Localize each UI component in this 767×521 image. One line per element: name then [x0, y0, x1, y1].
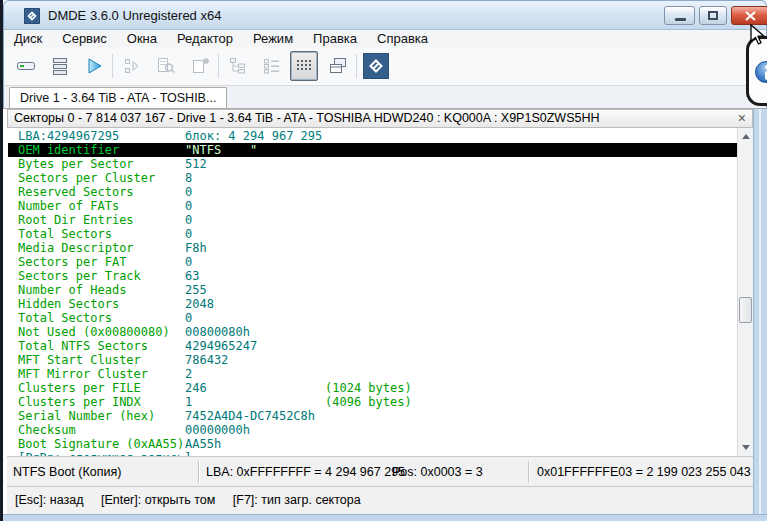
row-val: 0: [185, 227, 192, 241]
status-offset: 0x01FFFFFFE03 = 2 199 023 255 043: [537, 459, 751, 485]
row-lbl: MFT Start Cluster: [18, 353, 141, 367]
search-button[interactable]: [152, 51, 180, 81]
row-lbl: Number of FATs: [18, 199, 119, 213]
table-row[interactable]: Clusters per FILE246(1024 bytes): [7, 381, 737, 395]
table-row[interactable]: Root Dir Entries0: [7, 213, 737, 227]
close-button[interactable]: [731, 6, 767, 25]
row-note: (1024 bytes): [325, 381, 412, 395]
menu-item-help[interactable]: Справка: [367, 30, 438, 47]
row-lbl: Sectors per Cluster: [18, 171, 155, 185]
info-balloon[interactable]: [746, 36, 767, 106]
row-val: 512: [185, 157, 207, 171]
helpbar: [Esc]: назад [Enter]: открыть том [F7]: …: [7, 486, 753, 514]
table-row[interactable]: Checksum00000000h: [7, 423, 737, 437]
table-row[interactable]: OEM identifier"NTFS ": [8, 143, 737, 157]
dmde-logo-button[interactable]: [362, 51, 390, 81]
status-pos: Pos: 0x0003 = 3: [392, 459, 483, 485]
table-row[interactable]: Boot Signature (0xAA55)AA55h: [7, 437, 737, 451]
row-lbl: Sectors per FAT: [18, 255, 126, 269]
window-title: DMDE 3.6.0 Unregistered x64: [48, 1, 221, 31]
table-row[interactable]: Hidden Sectors2048: [7, 297, 737, 311]
table-row[interactable]: Reserved Sectors0: [7, 185, 737, 199]
windows-button[interactable]: [324, 51, 352, 81]
toolbar: [3, 47, 767, 86]
row-lbl: Hidden Sectors: [18, 297, 119, 311]
row-val: 255: [185, 283, 207, 297]
minimize-icon: [675, 18, 686, 21]
table-row[interactable]: Media DescriptorF8h: [7, 241, 737, 255]
table-row[interactable]: Bytes per Sector512: [7, 157, 737, 171]
scroll-down-button[interactable]: [738, 439, 753, 456]
table-row[interactable]: Serial Number (hex)7452A4D4-DC7452C8h: [7, 409, 737, 423]
table-row[interactable]: Sectors per Cluster8: [7, 171, 737, 185]
list-view-button[interactable]: [258, 51, 286, 81]
row-val: "NTFS ": [185, 143, 257, 157]
row-val: 00800080h: [185, 325, 250, 339]
row-val: F8h: [185, 241, 207, 255]
toolbar-separator: [112, 54, 113, 78]
table-row[interactable]: Sectors per Track63: [7, 269, 737, 283]
table-row[interactable]: MFT Mirror Cluster2: [7, 367, 737, 381]
device-icon: [16, 56, 36, 76]
row-val: 0: [185, 185, 192, 199]
menu-item-mode[interactable]: Режим: [243, 30, 303, 47]
status-separator: [198, 461, 199, 483]
menu-item-edit[interactable]: Правка: [303, 30, 367, 47]
row-val: 4294965247: [185, 339, 257, 353]
search-icon: [156, 56, 176, 76]
hex-view-icon: [294, 56, 314, 76]
menu-item-disk[interactable]: Диск: [4, 30, 52, 47]
scroll-up-button[interactable]: [738, 128, 753, 145]
table-row[interactable]: Total Sectors0: [7, 227, 737, 241]
full-scan-icon: [190, 56, 210, 76]
table-row[interactable]: Not Used (0x00800080)00800080h: [7, 325, 737, 339]
hint-enter: [Enter]: открыть том: [101, 493, 215, 507]
row-val: 63: [185, 269, 199, 283]
row-val: 8: [185, 171, 192, 185]
row-lbl: Number of Heads: [18, 283, 126, 297]
full-scan-button[interactable]: [186, 51, 214, 81]
minimize-button[interactable]: [664, 6, 695, 25]
table-row[interactable]: Sectors per FAT0: [7, 255, 737, 269]
menu-item-windows[interactable]: Окна: [117, 30, 167, 47]
arrow-down-icon: [742, 445, 750, 450]
table-row[interactable]: Number of FATs0: [7, 199, 737, 213]
panel-close-icon[interactable]: ×: [738, 110, 746, 127]
hex-view-button[interactable]: [290, 51, 318, 81]
row-note: (4096 bytes): [325, 395, 412, 409]
row-val: 786432: [185, 353, 228, 367]
toolbar-separator: [356, 54, 357, 78]
row-lbl: OEM identifier: [18, 143, 119, 157]
row-lbl: Boot Signature (0xAA55): [18, 437, 184, 451]
row-lbl: Not Used (0x00800080): [18, 325, 170, 339]
vertical-scrollbar[interactable]: [737, 128, 753, 456]
close-icon: [732, 7, 767, 24]
row-lbl: MFT Mirror Cluster: [18, 367, 148, 381]
table-row[interactable]: Clusters per INDX1(4096 bytes): [7, 395, 737, 409]
table-row[interactable]: Total NTFS Sectors4294965247: [7, 339, 737, 353]
recover-button[interactable]: [118, 51, 146, 81]
device-button[interactable]: [12, 51, 40, 81]
row-val: 0: [185, 311, 192, 325]
partitions-button[interactable]: [46, 51, 74, 81]
row-val: блок: 4 294 967 295: [185, 129, 322, 143]
row-lbl: Bytes per Sector: [18, 157, 134, 171]
row-lbl: Root Dir Entries: [18, 213, 134, 227]
window-frame-bottom: [3, 514, 767, 521]
table-row[interactable]: Total Sectors0: [7, 311, 737, 325]
scrollbar-thumb[interactable]: [739, 297, 752, 323]
position-line: LBA:4294967295блок: 4 294 967 295: [7, 129, 737, 143]
tree-view-button[interactable]: [224, 51, 252, 81]
row-lbl: Clusters per INDX: [18, 395, 141, 409]
open-volume-button[interactable]: [80, 51, 108, 81]
row-val: AA55h: [185, 437, 221, 451]
menu-item-editor[interactable]: Редактор: [167, 30, 243, 47]
maximize-button[interactable]: [699, 6, 727, 25]
tab-drive-1[interactable]: Drive 1 - 3.64 TiB - ATA - TOSHIB...: [9, 87, 227, 109]
sector-view: LBA:4294967295блок: 4 294 967 295OEM ide…: [7, 128, 753, 456]
table-row[interactable]: MFT Start Cluster786432: [7, 353, 737, 367]
hint-f7: [F7]: тип загр. сектора: [233, 493, 361, 507]
table-row[interactable]: Number of Heads255: [7, 283, 737, 297]
titlebar[interactable]: DMDE 3.6.0 Unregistered x64: [3, 0, 767, 30]
menu-item-service[interactable]: Сервис: [52, 30, 117, 47]
